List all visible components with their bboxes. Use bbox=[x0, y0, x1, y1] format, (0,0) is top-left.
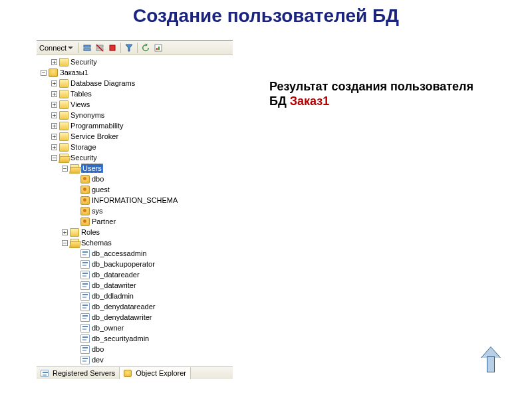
tree-node[interactable]: db_ddladmin bbox=[37, 291, 233, 301]
svg-rect-8 bbox=[156, 48, 158, 50]
user-icon bbox=[80, 217, 90, 226]
tab-registered-servers[interactable]: Registered Servers bbox=[37, 367, 120, 379]
toolbar-separator bbox=[137, 43, 138, 53]
tree-node[interactable]: db_securityadmin bbox=[37, 333, 233, 344]
tree-node[interactable]: Roles bbox=[37, 227, 233, 237]
expander-none bbox=[72, 219, 78, 225]
filter-icon[interactable] bbox=[124, 43, 134, 53]
tree-node[interactable]: guest bbox=[37, 184, 233, 195]
tree-node[interactable]: Заказы1 bbox=[37, 67, 233, 78]
description-text: Результат создания пользователя БД Заказ… bbox=[269, 80, 473, 108]
folder-icon bbox=[59, 132, 68, 141]
tab-label: Registered Servers bbox=[53, 369, 115, 377]
tree-view[interactable]: SecurityЗаказы1Database DiagramsTablesVi… bbox=[37, 55, 233, 366]
tree-node[interactable]: Tables bbox=[37, 88, 233, 99]
expander-none bbox=[72, 272, 78, 278]
tree-node[interactable]: db_datareader bbox=[37, 269, 233, 280]
folder-open-icon bbox=[70, 164, 79, 173]
tree-node[interactable]: Partner bbox=[37, 216, 233, 227]
expand-icon[interactable] bbox=[51, 144, 57, 150]
expand-icon[interactable] bbox=[51, 102, 57, 108]
tree-node[interactable]: dbo bbox=[37, 174, 233, 184]
expand-icon[interactable] bbox=[51, 59, 57, 65]
tree-node-label: Tables bbox=[70, 90, 92, 98]
collapse-icon[interactable] bbox=[62, 240, 68, 246]
expander-none bbox=[72, 208, 78, 214]
tree-node[interactable]: Users bbox=[37, 163, 233, 174]
tree-node[interactable]: Synonyms bbox=[37, 110, 233, 120]
tree-node[interactable]: Service Broker bbox=[37, 131, 233, 142]
schema-icon bbox=[80, 313, 90, 322]
expander-none bbox=[72, 315, 78, 321]
stop-icon[interactable] bbox=[107, 43, 118, 53]
tree-node[interactable]: Schemas bbox=[37, 237, 233, 248]
svg-rect-9 bbox=[158, 47, 160, 50]
tree-node-label: Synonyms bbox=[70, 111, 104, 119]
schema-icon bbox=[80, 334, 90, 343]
tree-node[interactable]: Views bbox=[37, 99, 233, 110]
connect-dropdown[interactable]: Connect bbox=[38, 44, 76, 52]
expand-icon[interactable] bbox=[51, 91, 57, 97]
svg-rect-1 bbox=[84, 49, 90, 51]
tree-node-label: db_accessadmin bbox=[92, 249, 147, 257]
folder-icon bbox=[59, 143, 68, 152]
expander-none bbox=[72, 357, 78, 363]
tree-node-label: db_securityadmin bbox=[92, 334, 149, 342]
bottom-tabs: Registered Servers Object Explorer bbox=[37, 366, 233, 379]
tree-node-label: Roles bbox=[81, 228, 100, 236]
tree-node-label: dbo bbox=[92, 175, 104, 183]
expander-none bbox=[72, 187, 78, 193]
user-icon bbox=[80, 186, 90, 194]
tree-node[interactable]: db_accessadmin bbox=[37, 248, 233, 259]
schema-icon bbox=[80, 345, 90, 354]
tree-node[interactable]: db_owner bbox=[37, 323, 233, 333]
tree-node[interactable]: Security bbox=[37, 152, 233, 163]
expander-none bbox=[72, 293, 78, 299]
schema-icon bbox=[80, 292, 90, 301]
tree-node[interactable]: dev bbox=[37, 354, 233, 365]
tree-node[interactable]: INFORMATION_SCHEMA bbox=[37, 195, 233, 205]
connect-icon[interactable] bbox=[82, 43, 92, 53]
tree-node[interactable]: db_denydatareader bbox=[37, 301, 233, 312]
user-icon bbox=[80, 175, 90, 184]
expand-icon[interactable] bbox=[51, 134, 57, 140]
tree-node-label: Database Diagrams bbox=[70, 79, 135, 87]
slide-title: Создание пользователей БД bbox=[0, 5, 532, 27]
description-line1: Результат создания пользователя bbox=[269, 80, 473, 93]
tree-node[interactable]: Programmability bbox=[37, 120, 233, 131]
expand-icon[interactable] bbox=[62, 229, 68, 235]
expand-icon[interactable] bbox=[51, 80, 57, 86]
collapse-icon[interactable] bbox=[51, 155, 57, 161]
expander-none bbox=[72, 336, 78, 342]
tree-node[interactable]: Storage bbox=[37, 142, 233, 152]
tree-node-label: guest bbox=[92, 186, 110, 194]
expander-none bbox=[72, 261, 78, 267]
toolbar-separator bbox=[78, 43, 79, 53]
refresh-icon[interactable] bbox=[140, 43, 151, 53]
explorer-icon bbox=[124, 370, 132, 377]
tree-node-label: Programmability bbox=[70, 122, 123, 130]
tree-node[interactable]: Database Diagrams bbox=[37, 78, 233, 88]
expand-icon[interactable] bbox=[51, 123, 57, 129]
tree-node[interactable]: db_denydatawriter bbox=[37, 312, 233, 323]
tree-node-label: db_datareader bbox=[92, 271, 140, 279]
arrow-up-icon[interactable] bbox=[481, 347, 500, 374]
collapse-icon[interactable] bbox=[41, 70, 47, 76]
tree-node[interactable]: Security bbox=[37, 57, 233, 67]
svg-rect-0 bbox=[84, 45, 90, 47]
tree-node[interactable]: db_datawriter bbox=[37, 280, 233, 291]
schema-icon bbox=[80, 271, 90, 279]
user-icon bbox=[80, 207, 90, 215]
expander-none bbox=[72, 198, 78, 203]
report-icon[interactable] bbox=[153, 43, 164, 53]
tab-object-explorer[interactable]: Object Explorer bbox=[120, 367, 191, 379]
tree-node[interactable]: dbo bbox=[37, 344, 233, 354]
folder-icon bbox=[70, 228, 79, 237]
tree-node[interactable]: sys bbox=[37, 205, 233, 216]
user-icon bbox=[80, 196, 90, 205]
tree-node[interactable]: db_backupoperator bbox=[37, 259, 233, 269]
collapse-icon[interactable] bbox=[62, 166, 68, 172]
tree-node-label: db_denydatawriter bbox=[92, 313, 152, 321]
expand-icon[interactable] bbox=[51, 112, 57, 118]
disconnect-icon[interactable] bbox=[94, 43, 105, 53]
